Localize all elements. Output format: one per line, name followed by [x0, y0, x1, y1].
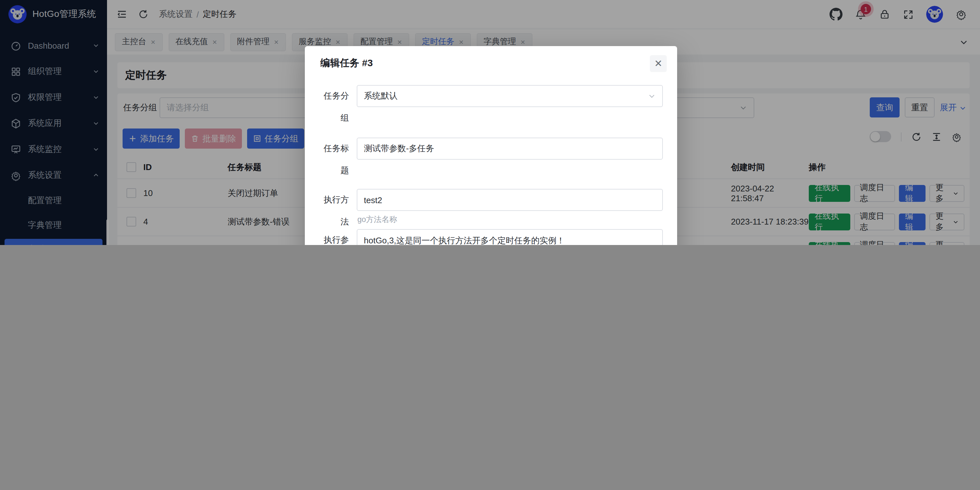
- close-icon: ✕: [654, 58, 662, 69]
- method-input[interactable]: [357, 189, 663, 211]
- form-row-method: 执行方法 go方法名称: [318, 189, 663, 233]
- modal-header: 编辑任务 #3 ✕: [305, 46, 677, 75]
- field-label: 任务分组: [318, 85, 357, 129]
- app-root: HotGo管理系统 Dashboard 组织管理 权限管理 系统应用: [0, 0, 980, 245]
- modal-form: 任务分组 系统默认 任务标题 执行方法 go方法名称: [305, 75, 677, 245]
- field-label: 任务标题: [318, 137, 357, 182]
- modal-close-button[interactable]: ✕: [650, 55, 667, 72]
- params-textarea[interactable]: hotGo,3,这是同一个执行方法开多个定时任务的实例！: [357, 229, 663, 245]
- task-title-input[interactable]: [357, 137, 663, 160]
- edit-task-modal: 编辑任务 #3 ✕ 任务分组 系统默认 任务标题 执行方法: [305, 46, 677, 245]
- form-row-params: 执行参数 hotGo,3,这是同一个执行方法开多个定时任务的实例！: [318, 229, 663, 245]
- task-group-select[interactable]: 系统默认: [357, 85, 663, 107]
- field-label: 执行方法: [318, 189, 357, 233]
- form-row-title: 任务标题: [318, 137, 663, 182]
- modal-title: 编辑任务 #3: [320, 57, 373, 69]
- chevron-down-icon: [648, 92, 656, 100]
- form-row-group: 任务分组 系统默认: [318, 85, 663, 129]
- method-helper-text: go方法名称: [357, 214, 663, 225]
- field-label: 执行参数: [318, 229, 357, 245]
